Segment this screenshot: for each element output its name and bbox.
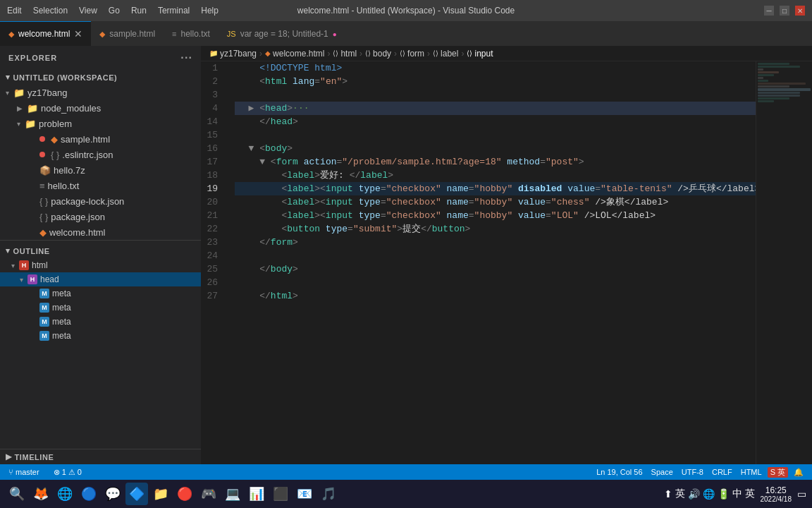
laptop-icon[interactable]: 💻 <box>221 483 244 505</box>
code-line-19[interactable]: <label><input type="checkbox" name="hobb… <box>235 182 756 195</box>
terminal-icon[interactable]: ⬛ <box>269 483 292 505</box>
menu-terminal[interactable]: Terminal <box>158 6 190 16</box>
code-line-4[interactable]: ▶ <head>··· <box>235 102 756 115</box>
menu-help[interactable]: Help <box>201 6 219 16</box>
tray-icon-7[interactable]: 英 <box>745 488 755 500</box>
bc-label[interactable]: ⟨⟩ label <box>433 49 458 59</box>
game-icon[interactable]: 🎮 <box>197 483 220 505</box>
tree-item-hello7z[interactable]: 📦 hello.7z <box>0 162 201 178</box>
code-line-26[interactable] <box>235 276 756 289</box>
tray-icon-5[interactable]: 🔋 <box>718 488 730 500</box>
tree-item-yz17bang[interactable]: ▾ 📁 yz17bang <box>0 85 201 100</box>
tree-item-problem[interactable]: ▾ 📁 problem <box>0 116 201 131</box>
code-line-23[interactable]: </form> <box>235 236 756 249</box>
status-branch[interactable]: ⑂ master <box>6 468 42 476</box>
status-position[interactable]: Ln 19, Col 56 <box>593 467 645 478</box>
menu-selection[interactable]: Selection <box>33 6 68 16</box>
code-editor[interactable]: 1 2 3 4 14 15 16 17 18 19 20 21 22 23 24… <box>201 61 812 464</box>
outline-title[interactable]: ▾ OUTLINE <box>0 243 201 258</box>
tree-item-eslintrc[interactable]: { } .eslintrc.json <box>0 147 201 162</box>
chart-icon[interactable]: 📊 <box>245 483 268 505</box>
tree-item-welcome-html[interactable]: ◆ welcome.html <box>0 224 201 240</box>
code-line-22[interactable]: <button type="submit">提交</button> <box>235 222 756 236</box>
tree-item-hellotxt[interactable]: ≡ hello.txt <box>0 178 201 193</box>
sidebar-more-button[interactable]: ··· <box>180 52 192 64</box>
tray-icon-6[interactable]: 中 <box>732 488 742 500</box>
timeline-title[interactable]: ▶ TIMELINE <box>0 449 201 464</box>
tray-icon-3[interactable]: 🔊 <box>688 488 700 500</box>
code-line-18[interactable]: <label>爱好: </label> <box>235 169 756 182</box>
status-errors[interactable]: ⊗ 1 ⚠ 0 <box>51 468 85 477</box>
tree-item-sample-html[interactable]: ◆ sample.html <box>0 131 201 147</box>
mail-icon[interactable]: 📧 <box>293 483 316 505</box>
code-line-17[interactable]: ▼ <form action="/problem/sample.html?age… <box>235 155 756 169</box>
bc-html[interactable]: ⟨⟩ html <box>333 49 357 59</box>
minimize-button[interactable]: ─ <box>764 6 774 16</box>
code-line-27[interactable]: </html> <box>235 289 756 303</box>
bc-input[interactable]: ⟨⟩ input <box>467 49 493 59</box>
tab-sample-html[interactable]: ◆ sample.html <box>91 21 164 46</box>
tray-icon-4[interactable]: 🌐 <box>703 488 715 500</box>
tray-icon-1[interactable]: ⬆ <box>664 488 672 500</box>
tree-item-packagejson[interactable]: { } package.json <box>0 209 201 224</box>
status-encoding[interactable]: UTF-8 <box>679 467 706 478</box>
outline-item-meta-1[interactable]: M meta <box>0 286 201 301</box>
menu-edit[interactable]: Edit <box>7 6 22 16</box>
menu-bar[interactable]: Edit Selection View Go Run Terminal Help <box>7 6 219 16</box>
clock[interactable]: 16:25 2022/4/18 <box>761 485 792 503</box>
vscode-icon[interactable]: 🔷 <box>125 483 148 505</box>
files-icon[interactable]: 📁 <box>149 483 172 505</box>
tab-close-icon[interactable]: ✕ <box>74 28 82 40</box>
close-button[interactable]: ✕ <box>795 6 805 16</box>
outline-item-meta-2[interactable]: M meta <box>0 301 201 315</box>
menu-view[interactable]: View <box>79 6 97 16</box>
workspace-title[interactable]: ▾ UNTITLED (WORKSPACE) <box>0 70 201 85</box>
bc-yz17bang[interactable]: 📁 yz17bang <box>209 49 257 59</box>
weixin-icon[interactable]: 💬 <box>102 483 124 505</box>
folder-icon: 📁 <box>13 87 25 98</box>
tab-untitled[interactable]: JS var age = 18; Untitled-1 ● <box>219 21 345 46</box>
search-taskbar-icon[interactable]: 🔍 <box>6 483 28 505</box>
code-line-21[interactable]: <label><input type="checkbox" name="hobb… <box>235 209 756 222</box>
show-desktop-icon[interactable]: ▭ <box>797 488 806 500</box>
tray-icon-2[interactable]: 英 <box>675 488 685 500</box>
tab-welcome-html[interactable]: ◆ welcome.html ✕ <box>0 21 91 46</box>
idea-icon[interactable]: 🔴 <box>173 483 196 505</box>
code-line-14[interactable]: </head> <box>235 115 756 128</box>
status-language[interactable]: HTML <box>738 467 765 478</box>
bc-body[interactable]: ⟨⟩ body <box>365 49 391 59</box>
outline-item-html[interactable]: ▾ H html <box>0 258 201 272</box>
edge-icon[interactable]: 🔵 <box>78 483 100 505</box>
outline-item-head[interactable]: ▾ H head <box>0 272 201 286</box>
minimap <box>756 61 812 464</box>
music-icon[interactable]: 🎵 <box>317 483 340 505</box>
code-line-16[interactable]: ▼ <body> <box>235 142 756 155</box>
outline-item-meta-4[interactable]: M meta <box>0 329 201 343</box>
tree-item-node-modules[interactable]: ▶ 📁 node_modules <box>0 100 201 116</box>
status-spaces[interactable]: Space <box>648 467 676 478</box>
code-line-20[interactable]: <label><input type="checkbox" name="hobb… <box>235 195 756 209</box>
firefox-icon[interactable]: 🦊 <box>30 483 52 505</box>
code-line-3[interactable] <box>235 88 756 102</box>
window-controls[interactable]: ─ □ ✕ <box>764 6 805 16</box>
status-eol[interactable]: CRLF <box>709 467 735 478</box>
bc-form[interactable]: ⟨⟩ form <box>400 49 424 59</box>
tree-item-package-lock[interactable]: { } package-lock.json <box>0 193 201 209</box>
code-content[interactable]: <!DOCTYPE html> <html lang="en"> ▶ <head… <box>235 61 756 464</box>
head-outline-icon: H <box>27 274 37 284</box>
maximize-button[interactable]: □ <box>780 6 789 16</box>
menu-go[interactable]: Go <box>109 6 120 16</box>
bc-welcome-html[interactable]: ◆ welcome.html <box>265 49 324 59</box>
outline-item-meta-3[interactable]: M meta <box>0 315 201 329</box>
tab-hello-txt[interactable]: ≡ hello.txt <box>164 21 219 46</box>
chrome-icon[interactable]: 🌐 <box>54 483 76 505</box>
code-line-2[interactable]: <html lang="en"> <box>235 75 756 88</box>
code-line-15[interactable] <box>235 128 756 142</box>
code-line-24[interactable] <box>235 249 756 262</box>
bc-sep: › <box>461 49 464 59</box>
status-ime[interactable]: S 英 <box>768 467 788 478</box>
menu-run[interactable]: Run <box>131 6 147 16</box>
status-feedback[interactable]: 🔔 <box>791 467 806 478</box>
code-line-25[interactable]: </body> <box>235 262 756 276</box>
code-line-1[interactable]: <!DOCTYPE html> <box>235 61 756 75</box>
